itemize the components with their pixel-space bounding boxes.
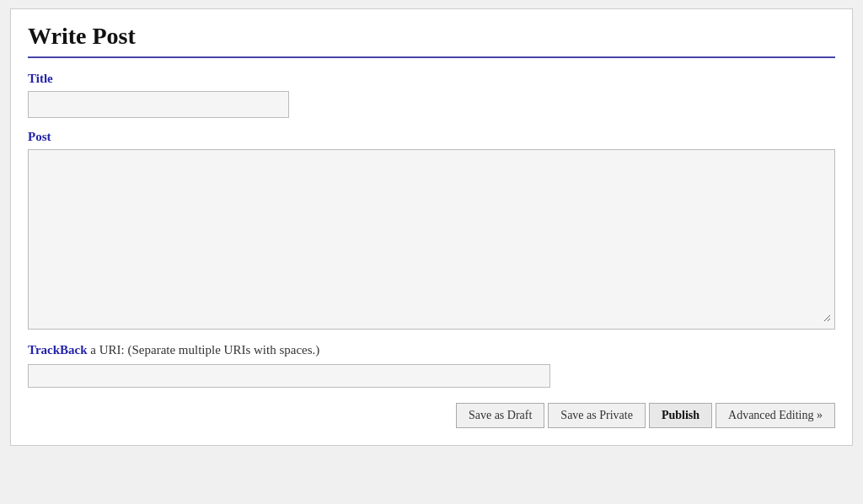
page-title: Write Post <box>28 23 835 58</box>
trackback-section: TrackBack a URI: (Separate multiple URIs… <box>28 343 835 388</box>
trackback-hint: (Separate multiple URIs with spaces.) <box>125 343 320 357</box>
post-label: Post <box>28 130 835 144</box>
save-draft-button[interactable]: Save as Draft <box>456 403 544 428</box>
page-container: Write Post Title Post TrackBack a URI: (… <box>0 0 863 504</box>
post-textarea-wrapper <box>28 149 835 330</box>
title-section: Title <box>28 72 835 118</box>
post-textarea[interactable] <box>32 153 831 322</box>
action-buttons: Save as Draft Save as Private Publish Ad… <box>28 403 835 428</box>
trackback-link[interactable]: TrackBack <box>28 343 88 357</box>
advanced-editing-button[interactable]: Advanced Editing » <box>716 403 835 428</box>
save-private-button[interactable]: Save as Private <box>548 403 646 428</box>
trackback-input[interactable] <box>28 364 550 388</box>
post-section: Post <box>28 130 835 330</box>
title-input[interactable] <box>28 91 289 118</box>
publish-button[interactable]: Publish <box>649 403 712 428</box>
write-post-panel: Write Post Title Post TrackBack a URI: (… <box>10 8 853 446</box>
title-label: Title <box>28 72 835 86</box>
trackback-uri-text: a URI: <box>88 343 125 357</box>
trackback-label: TrackBack a URI: (Separate multiple URIs… <box>28 343 835 357</box>
